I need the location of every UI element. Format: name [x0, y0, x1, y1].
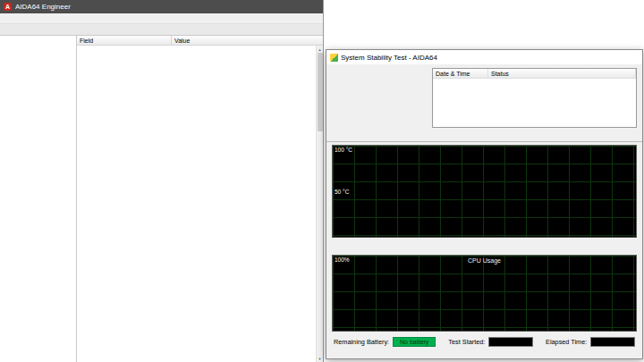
test-log-listview: Date & Time Status — [432, 68, 637, 128]
properties-panel: Field Value ▲ ▼ — [77, 36, 323, 362]
stability-window-title: System Stability Test - AIDA64 — [341, 54, 437, 62]
log-column-status[interactable]: Status — [488, 69, 636, 78]
log-column-headers: Date & Time Status — [433, 69, 636, 79]
stability-app-icon — [330, 54, 338, 62]
main-split: Field Value ▲ ▼ — [0, 36, 323, 362]
menu-bar — [0, 13, 323, 24]
aida64-app-icon: A — [4, 3, 12, 11]
panel-tabs — [0, 24, 323, 36]
desktop: A AIDA64 Engineer Field Value ▲ ▼ — [0, 0, 644, 362]
aida64-window-title: AIDA64 Engineer — [15, 3, 71, 11]
elapsed-time-label: Elapsed Time: — [546, 338, 587, 346]
usage-plot — [333, 256, 636, 331]
stress-config-area: Date & Time Status — [326, 64, 642, 130]
chart-spacer — [326, 238, 642, 252]
test-buttons-bar — [326, 349, 642, 350]
usage-chart-title: CPU Usage — [333, 257, 636, 264]
test-started-label: Test Started: — [448, 338, 485, 346]
aida64-titlebar[interactable]: A AIDA64 Engineer — [0, 0, 323, 13]
temperature-chart: 100 °C 50 °C — [332, 145, 637, 238]
temperature-plot — [333, 146, 636, 237]
test-started-value — [488, 337, 533, 347]
column-header-value[interactable]: Value — [172, 36, 323, 45]
properties-table — [77, 46, 323, 362]
stability-test-window: System Stability Test - AIDA64 Date & Ti… — [326, 49, 643, 359]
column-header-field[interactable]: Field — [77, 36, 172, 45]
test-status-bar: Remaining Battery: No battery Test Start… — [326, 334, 642, 349]
battery-label: Remaining Battery: — [334, 338, 389, 346]
navigation-tree — [0, 36, 77, 362]
elapsed-time-value — [590, 337, 635, 347]
column-headers: Field Value — [77, 36, 323, 46]
log-body — [433, 79, 636, 127]
stress-options-list — [332, 68, 427, 128]
stability-titlebar[interactable]: System Stability Test - AIDA64 — [326, 50, 642, 64]
log-column-datetime[interactable]: Date & Time — [433, 69, 488, 78]
vertical-scrollbar[interactable]: ▲ ▼ — [316, 46, 323, 362]
aida64-main-window: A AIDA64 Engineer Field Value ▲ ▼ — [0, 0, 324, 362]
scroll-down-icon[interactable]: ▼ — [318, 355, 322, 362]
temp-axis-top-label: 100 °C — [335, 147, 352, 153]
scroll-up-icon[interactable]: ▲ — [318, 46, 322, 53]
battery-status-badge: No battery — [393, 337, 436, 347]
chart-tabs — [326, 130, 642, 142]
temp-axis-mid-label: 50 °C — [335, 189, 349, 195]
cpu-usage-chart: 100% CPU Usage — [332, 255, 637, 332]
scrollbar-thumb[interactable] — [318, 53, 323, 131]
